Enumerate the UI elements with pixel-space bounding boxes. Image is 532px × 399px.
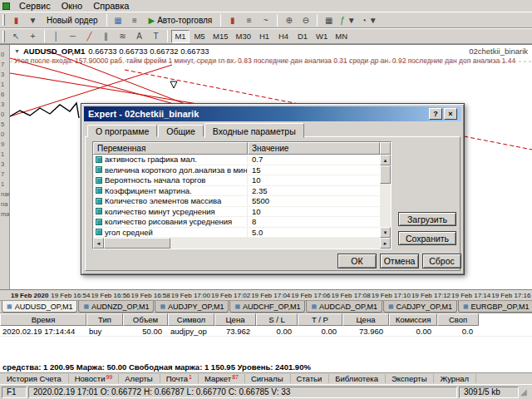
scrollbar-thumb[interactable] [104,238,170,249]
profile-icon[interactable]: ≡ [127,13,143,27]
timeframe-button[interactable]: M30 [232,30,254,43]
input-param-row[interactable]: количество рисования усреднения 8 [93,217,391,228]
chart-tab[interactable]: ▦ AUDNZD_OP,M1 [78,301,154,313]
zoom-out-icon[interactable]: ⊖ [298,13,313,27]
scrollbar-thumb[interactable] [380,165,391,184]
terminal-tab[interactable]: Сигналы [245,374,291,383]
order-dropdown-icon[interactable]: ▼ [25,13,41,27]
candlestick-chart-icon[interactable]: ▮ [224,13,240,27]
scroll-down-icon[interactable]: ▼ [380,227,391,238]
terminal-tab[interactable]: Алерты [119,374,160,383]
param-value[interactable]: 5.0 [248,228,391,237]
periods-icon[interactable]: ◔▼ [359,13,380,27]
menu-help[interactable]: Справка [88,1,134,12]
chart-tab[interactable]: ▦ AUDCHF_OP,M1 [229,301,305,313]
line-chart-icon[interactable]: ~ [258,13,273,27]
dialog-tab[interactable]: О программе [87,125,157,137]
new-order-icon[interactable]: ▮ [8,13,24,27]
input-param-row[interactable]: угол средней 5.0 [93,228,391,239]
terminal-tab[interactable]: Маркет87 [199,374,245,383]
dialog-help-button[interactable]: ? [429,108,442,120]
vertical-line-icon[interactable]: │ [48,29,64,43]
timeframe-button[interactable]: H4 [274,30,293,43]
menu-window[interactable]: Окно [57,1,88,12]
bar-chart-icon[interactable]: ≡ [241,13,257,27]
terminal-tab[interactable]: Новости99 [69,374,120,383]
input-param-row[interactable]: Вероятность начала торгов 10 [93,175,391,186]
auto-trading-button[interactable]: ▶ Авто-торговля [144,13,218,27]
dialog-title-bar[interactable]: Expert - 02chetkii_binarik ? × [84,106,461,121]
input-param-row[interactable]: Количество элементов массива 5500 [93,196,391,207]
timeframe-button[interactable]: M5 [190,30,209,43]
dialog-close-button[interactable]: × [444,108,457,120]
window-resize-grip[interactable]: ◢ [520,387,530,398]
cancel-button[interactable]: Отмена [380,254,419,268]
param-value[interactable]: 10 [248,207,391,216]
toolbar-grip[interactable] [2,14,5,26]
scroll-right-icon[interactable]: ► [380,238,391,249]
ok-button[interactable]: ОК [337,254,377,268]
chart-window[interactable]: 07316305091371narnama ▼ AUDUSD_OP,M1 0.6… [0,44,532,290]
chart-tab[interactable]: ▦ CADJPY_OP,M1 [383,301,457,313]
crosshair-icon[interactable]: + [25,29,41,43]
param-value[interactable]: 10 [248,175,391,185]
trendline-icon[interactable]: ╱ [81,29,97,43]
cursor-icon[interactable]: ↖ [8,29,24,43]
terminal-tab[interactable]: История Счета [1,374,69,383]
chart-tab[interactable]: ▦ AUDUSD_OP,M1 [2,301,77,313]
clipped-text-fragment: 6 [1,90,9,100]
input-param-row[interactable]: величина короткого дол.анализа в минутах… [93,165,391,176]
toolbar-grip[interactable] [2,31,5,42]
vertical-scrollbar[interactable]: ▲ ▼ [380,155,391,238]
reset-button[interactable]: Сброс [422,254,461,268]
load-button[interactable]: Загрузить [398,212,456,226]
channel-icon[interactable]: ∥ [98,29,114,43]
scroll-left-icon[interactable]: ◄ [93,238,104,249]
chart-tab[interactable]: ▦ AUDCAD_OP,M1 [306,301,382,313]
open-position-row[interactable]: 2020.02.19 17:14:44 buy 50.00 audjpy_op … [0,326,532,337]
fibonacci-icon[interactable]: ≋ [115,29,131,43]
timeframe-button[interactable]: H1 [255,30,273,43]
timeframe-button[interactable]: D1 [293,30,312,43]
timeframe-button[interactable]: M1 [171,30,190,43]
terminal-tab[interactable]: Почта1 [160,374,199,383]
dialog-tab[interactable]: Общие [158,125,204,137]
terminal-tab[interactable]: Статьи [291,374,330,383]
charts-icon[interactable]: ▦ [111,13,126,27]
tile-windows-icon[interactable]: ▦ [321,13,337,27]
terminal-tab[interactable]: Библиотека [329,374,386,383]
zoom-in-icon[interactable]: ⊕ [281,13,297,27]
column-header-variable[interactable]: Переменная [93,142,248,155]
chart-tab[interactable]: ▦ AUDJPY_OP,M1 [155,301,229,313]
indicators-icon[interactable]: ƒ▼ [337,13,357,27]
scroll-up-icon[interactable]: ▲ [380,155,391,165]
horizontal-line-icon[interactable]: ─ [65,29,81,43]
new-order-button[interactable]: Новый ордер [42,13,103,27]
terminal-tab[interactable]: Эксперты [386,374,435,383]
menu-service[interactable]: Сервис [14,1,56,12]
param-value[interactable]: 15 [248,165,391,175]
timeframe-button[interactable]: MN [332,30,351,43]
terminal-tab[interactable]: Журнал [434,374,476,383]
param-value[interactable]: 2.35 [248,186,391,195]
time-scale[interactable]: 19 Feb 202019 Feb 16:5419 Feb 16:5619 Fe… [0,290,532,301]
toolbar-separator [277,14,278,27]
text-tool-icon[interactable]: A [131,29,147,43]
param-value[interactable]: 5500 [248,196,391,205]
chart-tab[interactable]: ▦ EURGBP_OP,M1 [458,301,532,313]
timeframe-button[interactable]: W1 [313,30,331,43]
column-header-corner [380,142,391,155]
trade-column-header: Время [0,313,86,326]
param-value[interactable]: 8 [248,217,391,226]
param-value[interactable]: 0.7 [248,155,391,164]
column-header-value[interactable]: Значение [248,142,380,155]
input-param-row[interactable]: активность графика мал. 0.7 [93,155,391,165]
one-click-arrow-icon[interactable]: ▼ [14,48,20,54]
label-tool-icon[interactable]: T [148,29,164,43]
horizontal-scrollbar[interactable]: ◄ ► [93,238,391,249]
save-button[interactable]: Сохранить [398,231,456,245]
timeframe-button[interactable]: M15 [209,30,231,43]
input-param-row[interactable]: количество минут усреднения 10 [93,207,391,218]
dialog-tab[interactable]: Входные параметры [204,123,304,138]
input-param-row[interactable]: Коэффициент мартина. 2.35 [93,186,391,197]
